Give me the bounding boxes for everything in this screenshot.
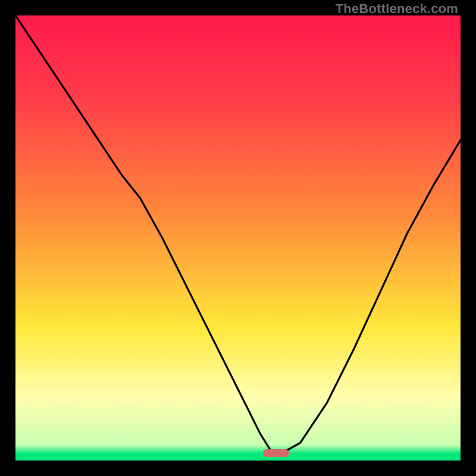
bottleneck-curve bbox=[15, 15, 461, 461]
watermark-text: TheBottleneck.com bbox=[336, 1, 458, 17]
optimum-marker bbox=[263, 449, 289, 457]
chart-frame: TheBottleneck.com bbox=[0, 0, 476, 476]
plot-area bbox=[15, 15, 461, 461]
